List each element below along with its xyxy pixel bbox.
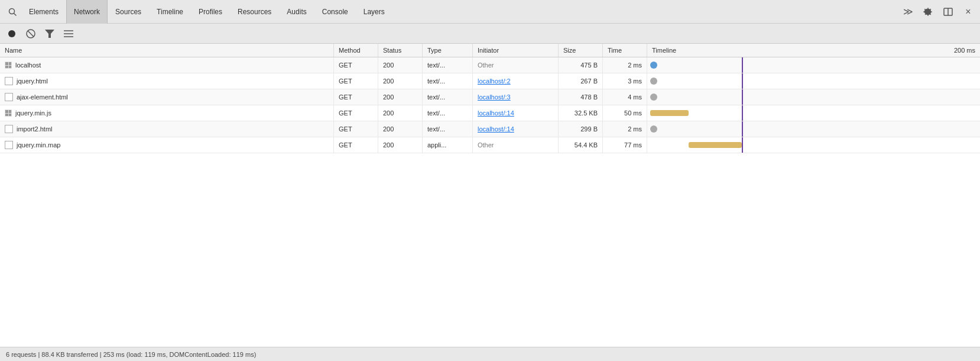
col-timeline[interactable]: Timeline 200 ms — [647, 44, 980, 57]
cell-type: text/... — [423, 57, 473, 73]
nav-tabs: ElementsNetworkSourcesTimelineProfilesRe… — [21, 0, 392, 23]
search-icon[interactable] — [4, 3, 21, 21]
nav-tab-elements[interactable]: Elements — [21, 0, 66, 24]
nav-tab-resources[interactable]: Resources — [230, 0, 279, 24]
clear-button[interactable] — [24, 27, 38, 41]
timeline-marker-line — [742, 89, 743, 105]
dock-icon[interactable] — [940, 4, 956, 20]
nav-tab-profiles[interactable]: Profiles — [191, 0, 230, 24]
cell-size: 267 B — [559, 73, 603, 89]
cell-size: 475 B — [559, 57, 603, 73]
cell-time: 2 ms — [603, 121, 647, 137]
svg-point-4 — [8, 30, 15, 37]
cell-name: import2.html — [0, 121, 334, 137]
table-row[interactable]: jquery.min.jsGET200text/...localhost/:14… — [0, 105, 980, 121]
file-name: jquery.min.js — [15, 109, 51, 117]
cell-initiator[interactable]: localhost/:2 — [473, 73, 559, 89]
nav-tab-timeline[interactable]: Timeline — [149, 0, 191, 24]
main-content: Name Method Status Type Initiator Size T… — [0, 44, 980, 347]
cell-type: text/... — [423, 105, 473, 121]
cell-name: jquery.html — [0, 73, 334, 89]
timeline-header-label: Timeline — [652, 47, 676, 54]
execute-icon[interactable]: ≫ — [900, 4, 916, 20]
col-time[interactable]: Time — [603, 44, 647, 57]
cell-status: 200 — [378, 89, 423, 105]
cell-time: 4 ms — [603, 89, 647, 105]
file-icon-grid — [5, 109, 12, 117]
col-size[interactable]: Size — [559, 44, 603, 57]
nav-tab-sources[interactable]: Sources — [108, 0, 149, 24]
cell-name: localhost — [0, 57, 334, 73]
status-bar: 6 requests | 88.4 KB transferred | 253 m… — [0, 347, 980, 361]
svg-marker-7 — [45, 30, 54, 38]
col-status[interactable]: Status — [378, 44, 423, 57]
cell-timeline — [647, 73, 980, 89]
close-icon[interactable]: × — [960, 4, 976, 20]
col-method[interactable]: Method — [334, 44, 378, 57]
file-name: ajax-element.html — [17, 94, 68, 101]
cell-name: jquery.min.map — [0, 137, 334, 153]
nav-tab-audits[interactable]: Audits — [279, 0, 314, 24]
nav-actions: ≫ × — [900, 4, 976, 20]
timeline-marker-line — [742, 105, 743, 121]
col-type[interactable]: Type — [423, 44, 473, 57]
cell-size: 32.5 KB — [559, 105, 603, 121]
timeline-marker-line — [742, 73, 743, 89]
cell-initiator: Other — [473, 57, 559, 73]
file-icon-plain — [5, 77, 13, 85]
cell-type: text/... — [423, 121, 473, 137]
cell-method: GET — [334, 89, 378, 105]
cell-timeline — [647, 89, 980, 105]
timeline-bar — [650, 110, 689, 116]
record-button[interactable] — [5, 27, 19, 41]
col-name[interactable]: Name — [0, 44, 334, 57]
timeline-circle — [650, 125, 657, 133]
nav-tab-layers[interactable]: Layers — [356, 0, 392, 24]
cell-size: 478 B — [559, 89, 603, 105]
list-button[interactable] — [61, 27, 76, 41]
cell-status: 200 — [378, 73, 423, 89]
top-nav: ElementsNetworkSourcesTimelineProfilesRe… — [0, 0, 980, 24]
nav-tab-network[interactable]: Network — [66, 0, 108, 24]
cell-time: 2 ms — [603, 57, 647, 73]
cell-type: text/... — [423, 73, 473, 89]
cell-name: jquery.min.js — [0, 105, 334, 121]
file-name: jquery.min.map — [17, 141, 60, 149]
cell-timeline — [647, 121, 980, 137]
timeline-circle — [650, 78, 657, 85]
filter-button[interactable] — [43, 27, 57, 41]
table-row[interactable]: ajax-element.htmlGET200text/...localhost… — [0, 89, 980, 105]
timeline-circle — [650, 94, 657, 101]
cell-type: text/... — [423, 89, 473, 105]
cell-timeline — [647, 137, 980, 153]
timeline-marker-line — [742, 137, 743, 153]
cell-initiator[interactable]: localhost/:14 — [473, 121, 559, 137]
toolbar — [0, 24, 980, 44]
cell-method: GET — [334, 73, 378, 89]
cell-status: 200 — [378, 57, 423, 73]
table-row[interactable]: localhostGET200text/...Other475 B2 ms — [0, 57, 980, 73]
settings-icon[interactable] — [920, 4, 936, 20]
timeline-circle — [650, 62, 657, 69]
cell-initiator[interactable]: localhost/:14 — [473, 105, 559, 121]
col-initiator[interactable]: Initiator — [473, 44, 559, 57]
table-row[interactable]: jquery.htmlGET200text/...localhost/:2267… — [0, 73, 980, 89]
cell-initiator[interactable]: localhost/:3 — [473, 89, 559, 105]
file-name: import2.html — [17, 125, 53, 133]
cell-time: 3 ms — [603, 73, 647, 89]
table-row[interactable]: jquery.min.mapGET200appli...Other54.4 KB… — [0, 137, 980, 153]
file-name: jquery.html — [17, 78, 48, 85]
cell-time: 77 ms — [603, 137, 647, 153]
cell-timeline — [647, 57, 980, 73]
cell-size: 54.4 KB — [559, 137, 603, 153]
timeline-marker-line — [742, 57, 743, 73]
file-icon-plain — [5, 93, 13, 101]
status-text: 6 requests | 88.4 KB transferred | 253 m… — [6, 351, 256, 358]
table-row[interactable]: import2.htmlGET200text/...localhost/:142… — [0, 121, 980, 137]
network-table: Name Method Status Type Initiator Size T… — [0, 44, 980, 347]
cell-initiator: Other — [473, 137, 559, 153]
nav-tab-console[interactable]: Console — [314, 0, 356, 24]
cell-type: appli... — [423, 137, 473, 153]
cell-time: 50 ms — [603, 105, 647, 121]
table-body: localhostGET200text/...Other475 B2 msjqu… — [0, 57, 980, 153]
